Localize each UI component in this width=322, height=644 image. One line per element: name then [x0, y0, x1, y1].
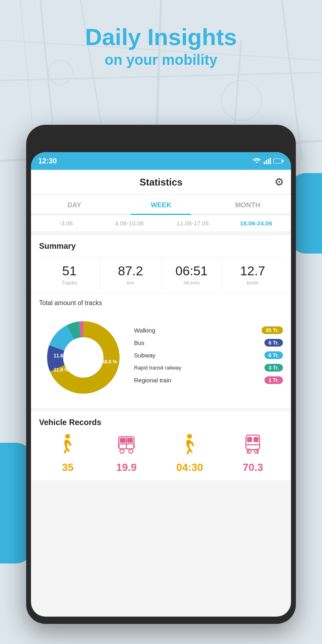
- walk-icon: [59, 433, 76, 459]
- svg-point-39: [187, 434, 192, 439]
- stat-speed-unit: km/h: [224, 280, 281, 286]
- stat-km: 87.2 km: [100, 258, 161, 292]
- badge-rtr: 3 Tr.: [264, 364, 283, 372]
- svg-rect-18: [282, 160, 283, 162]
- vehicle-train-value: 70.3: [243, 461, 263, 474]
- app-title: Statistics: [140, 177, 183, 188]
- vehicle-walk2: 04:30: [176, 433, 203, 474]
- date-row: -3.06 4.06-10.06 11.06-17.06 18.06-24.06: [31, 215, 291, 232]
- walk2-icon: [176, 433, 203, 459]
- vehicle-walking-value: 35: [59, 461, 76, 474]
- vehicle-walking: 35: [59, 433, 76, 474]
- tab-day[interactable]: DAY: [31, 195, 118, 214]
- stat-tracks: 51 Tracks: [39, 258, 100, 292]
- main-title: Daily Insights: [0, 24, 322, 50]
- phone-frame: 12:30: [26, 125, 296, 624]
- svg-point-10: [221, 80, 262, 121]
- svg-text:11.8 %: 11.8 %: [54, 353, 69, 359]
- settings-icon[interactable]: ⚙: [275, 176, 284, 188]
- tab-month[interactable]: MONTH: [204, 195, 291, 214]
- svg-rect-41: [248, 438, 252, 442]
- svg-rect-36: [133, 445, 135, 448]
- svg-marker-12: [256, 162, 258, 163]
- stat-speed: 12.7 km/h: [222, 258, 283, 292]
- train-icon: [243, 433, 263, 459]
- tabs-bar: DAY WEEK MONTH: [31, 195, 291, 215]
- date-1[interactable]: -3.06: [34, 220, 98, 227]
- badge-walking: 35 Tr.: [262, 326, 283, 334]
- main-subtitle: on your mobility: [0, 52, 322, 68]
- vehicle-row: 35: [39, 433, 283, 474]
- svg-rect-13: [264, 162, 265, 164]
- battery-icon: [273, 158, 284, 164]
- svg-rect-31: [120, 438, 125, 442]
- legend-bus: Bus 6 Tr.: [134, 339, 283, 347]
- svg-rect-42: [254, 438, 258, 442]
- svg-point-25: [63, 337, 103, 378]
- vehicle-records-title: Vehicle Records: [39, 418, 283, 427]
- badge-bus: 6 Tr.: [264, 339, 283, 347]
- vehicle-bus: 19.9: [116, 433, 137, 474]
- signal-icon: [264, 158, 271, 164]
- legend-subway: Subway 6 Tr.: [134, 351, 283, 359]
- svg-rect-15: [268, 159, 269, 164]
- badge-regional: 1 Tr.: [264, 376, 283, 384]
- vehicle-bus-value: 19.9: [116, 461, 137, 474]
- svg-text:68.6 %: 68.6 %: [102, 359, 117, 365]
- stat-time-value: 06:51: [163, 264, 221, 278]
- svg-rect-32: [128, 438, 132, 442]
- tracks-section-title: Total amount of tracks: [39, 299, 283, 307]
- stat-time-unit: hh:mm: [163, 280, 221, 286]
- svg-rect-14: [266, 160, 267, 164]
- status-bar: 12:30: [31, 152, 291, 170]
- chart-area: 11.8 % 11.8 % 68.6 % Walking 35 Tr. Bus …: [39, 313, 283, 402]
- summary-section: Summary 51 Tracks 87.2 km 06:51 hh:mm 12…: [31, 235, 291, 292]
- status-time: 12:30: [38, 157, 57, 165]
- vehicle-walk2-value: 04:30: [176, 461, 203, 474]
- stat-tracks-unit: Tracks: [41, 280, 98, 286]
- svg-rect-35: [118, 445, 120, 448]
- stat-km-value: 87.2: [102, 264, 159, 278]
- svg-rect-16: [270, 158, 271, 164]
- date-2[interactable]: 4.06-10.06: [98, 220, 161, 227]
- legend-walking: Walking 35 Tr.: [134, 326, 283, 334]
- vehicle-train: 70.3: [243, 433, 263, 474]
- tracks-section: Total amount of tracks: [31, 293, 291, 408]
- bus-icon: [116, 433, 137, 459]
- tab-week[interactable]: WEEK: [118, 195, 204, 214]
- svg-point-29: [65, 434, 70, 439]
- legend-regional: Regional train 1 Tr.: [134, 376, 283, 384]
- stat-speed-value: 12.7: [224, 264, 281, 278]
- app-header: Statistics ⚙: [31, 170, 291, 195]
- stat-tracks-value: 51: [41, 264, 98, 278]
- summary-title: Summary: [39, 242, 283, 251]
- chart-legend: Walking 35 Tr. Bus 6 Tr. Subway 6 Tr. Ra…: [134, 326, 283, 389]
- vehicle-records-section: Vehicle Records 35: [31, 411, 291, 480]
- date-3[interactable]: 11.06-17.06: [161, 220, 225, 227]
- summary-stats: 51 Tracks 87.2 km 06:51 hh:mm 12.7 km/h: [39, 257, 283, 292]
- status-icons: [252, 158, 284, 164]
- phone-screen: 12:30: [31, 152, 291, 617]
- donut-chart: 11.8 % 11.8 % 68.6 %: [39, 313, 128, 402]
- wifi-icon: [252, 158, 261, 164]
- svg-text:11.8 %: 11.8 %: [54, 367, 69, 373]
- header-section: Daily Insights on your mobility: [0, 24, 322, 68]
- stat-time: 06:51 hh:mm: [161, 258, 223, 292]
- svg-point-37: [120, 449, 124, 453]
- date-4[interactable]: 18.06-24.06: [225, 220, 288, 227]
- svg-rect-19: [274, 159, 282, 163]
- svg-point-38: [129, 449, 133, 453]
- stat-km-unit: km: [102, 280, 159, 286]
- legend-rtr: Rapid transit railway 3 Tr.: [134, 364, 283, 372]
- badge-subway: 6 Tr.: [264, 351, 283, 359]
